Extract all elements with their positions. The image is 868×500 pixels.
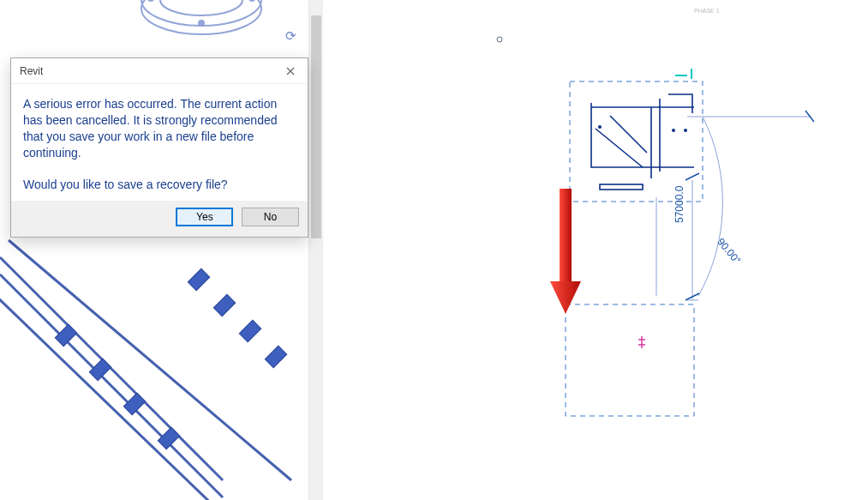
dialog-body: A serious error has occurred. The curren…	[11, 84, 308, 201]
svg-text:⟳: ⟳	[285, 28, 296, 43]
svg-text:PHASE 1: PHASE 1	[694, 8, 720, 14]
error-dialog: Revit A serious error has occurred. The …	[10, 57, 308, 238]
svg-rect-17	[600, 184, 643, 190]
svg-point-18	[598, 125, 602, 129]
svg-rect-16	[566, 304, 694, 416]
svg-rect-7	[265, 346, 286, 367]
dialog-message-1: A serious error has occurred. The curren…	[23, 96, 296, 161]
view-scrollbar-vertical[interactable]	[308, 0, 323, 500]
annotation-arrow-down	[548, 189, 583, 317]
svg-rect-2	[123, 393, 145, 414]
dialog-titlebar[interactable]: Revit	[11, 58, 308, 84]
scrollbar-thumb[interactable]	[311, 15, 321, 238]
svg-rect-1	[89, 358, 111, 380]
dialog-title: Revit	[20, 65, 278, 77]
svg-point-13	[198, 20, 205, 27]
svg-point-19	[672, 129, 675, 132]
svg-rect-3	[158, 427, 179, 449]
no-button[interactable]: No	[242, 208, 299, 226]
svg-rect-5	[213, 294, 235, 316]
svg-marker-24	[550, 281, 581, 314]
svg-rect-0	[55, 324, 76, 346]
dialog-button-row: Yes No	[11, 201, 308, 237]
svg-rect-4	[188, 268, 209, 290]
svg-point-11	[147, 0, 154, 2]
svg-point-10	[141, 0, 261, 34]
svg-rect-6	[239, 320, 260, 341]
svg-point-12	[248, 0, 255, 2]
svg-point-9	[160, 0, 242, 15]
dimension-label-length: 57000.0	[673, 186, 685, 223]
dialog-message-2: Would you like to save a recovery file?	[23, 177, 296, 193]
svg-rect-23	[560, 189, 572, 283]
svg-point-22	[497, 37, 502, 42]
yes-button[interactable]: Yes	[176, 208, 233, 226]
svg-point-20	[684, 129, 687, 132]
close-icon[interactable]	[278, 62, 302, 81]
